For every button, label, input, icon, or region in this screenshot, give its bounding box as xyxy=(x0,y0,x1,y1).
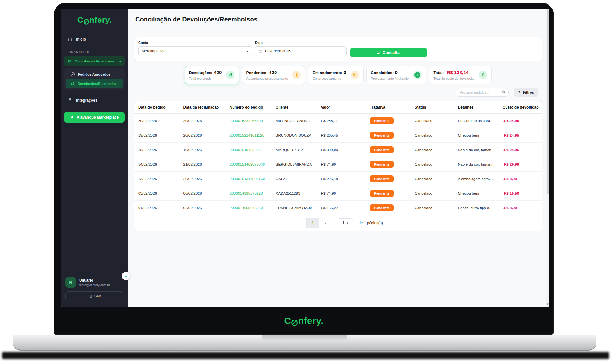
filtros-button-label: Filtros xyxy=(523,91,534,94)
consultar-button[interactable]: Consultar xyxy=(350,48,427,57)
app-window: C✓nfery. Início FINANCEIRO ↻ Conciliação… xyxy=(61,9,549,307)
stat-title: Devoluções: xyxy=(189,71,212,75)
table-row[interactable]: 13/02/2026 20/02/2026 20000151317006160 … xyxy=(134,172,542,186)
next-page-button[interactable]: › xyxy=(319,218,332,228)
page-select-value: 1 xyxy=(342,221,345,225)
order-number-link[interactable]: 20000152141611120 xyxy=(230,133,264,138)
cell-valor: R$ 165,27 xyxy=(317,201,366,215)
search-input[interactable] xyxy=(456,88,509,97)
cell-data-reclamacao: 20/02/2026 xyxy=(179,128,226,143)
orders-table: Data do pedido Data da reclamação Número… xyxy=(134,101,542,215)
main-content: Conciliação de Devoluções/Reembolsos Con… xyxy=(128,9,549,307)
logout-button-label: Sair xyxy=(94,294,101,298)
laptop-base xyxy=(13,335,596,351)
collapse-sidebar-button[interactable]: « xyxy=(122,272,130,280)
chevron-down-icon: ▾ xyxy=(119,60,121,63)
home-icon xyxy=(68,37,72,42)
cell-detalhes: A embalagem estava... xyxy=(454,172,499,186)
table-row[interactable]: 03/02/2026 06/02/2026 2000014995673920 X… xyxy=(134,186,542,201)
table-row[interactable]: 20/02/2026 20/02/2026 2000015222466400 M… xyxy=(134,114,542,128)
stat-card-em-andamento[interactable]: Em andamento: 0 Em processamento ↻ xyxy=(308,66,364,84)
table-row[interactable]: 01/02/2026 02/02/2026 2000014955045260 F… xyxy=(134,201,542,215)
cell-data-reclamacao: 06/02/2026 xyxy=(179,186,226,201)
marketplace-button-label: Alavanque Marketplace xyxy=(77,115,119,120)
cell-cliente: BRUNODONISOUZA xyxy=(272,128,317,143)
cell-detalhes: Descumpre as caract... xyxy=(454,114,499,128)
tratativa-badge: Pendente xyxy=(370,204,394,211)
vertical-scrollbar[interactable]: ▼ xyxy=(546,9,549,307)
page-header: Conciliação de Devoluções/Reembolsos xyxy=(128,9,549,30)
prev-page-button[interactable]: ‹ xyxy=(294,218,306,228)
cell-custo: -R$ 8,90 xyxy=(499,201,542,215)
cell-custo: -R$ 15,50 xyxy=(499,186,542,201)
table-row[interactable]: 19/02/2026 20/02/2026 20000152141611120 … xyxy=(134,128,542,143)
table-row[interactable]: 14/02/2026 21/02/2026 20000151462877040 … xyxy=(134,157,542,172)
check-circle-icon: ✓ xyxy=(413,71,422,79)
laptop-screen: C✓nfery. Início FINANCEIRO ↻ Conciliação… xyxy=(54,3,554,335)
order-number-link[interactable]: 2000014995673920 xyxy=(230,191,263,196)
logo-check-icon: ✓ xyxy=(291,320,298,326)
sidebar-item-pedidos-aprovados[interactable]: ✓ Pedidos Aprovados xyxy=(66,70,123,79)
tratativa-badge: Pendente xyxy=(370,190,394,197)
page-title: Conciliação de Devoluções/Reembolsos xyxy=(135,16,258,23)
logo-text-suffix: nfery. xyxy=(89,15,111,25)
page-size-select[interactable]: 1 ▾ xyxy=(338,218,353,228)
calendar-icon xyxy=(258,49,263,53)
cell-data-reclamacao: 19/02/2026 xyxy=(179,143,226,157)
undo-icon: ↺ xyxy=(226,71,234,79)
sync-icon: ↻ xyxy=(68,59,72,63)
sidebar-item-inicio[interactable]: Início xyxy=(64,35,125,44)
screen-footer: C✓nfery. xyxy=(54,307,554,335)
stat-title: Concluídos: xyxy=(371,71,394,75)
stat-subtitle: Total de custo de devolução xyxy=(433,77,474,80)
refresh-icon: ↻ xyxy=(351,71,359,79)
column-header: Data da reclamação xyxy=(179,101,226,114)
order-number-link[interactable]: 200001519483208 xyxy=(230,148,261,152)
stat-card-pendentes[interactable]: Pendentes: 420 Aguardando processamento xyxy=(242,66,305,84)
conta-select[interactable]: Mercado Livre ▾ xyxy=(138,46,252,56)
cell-status: Cancelado xyxy=(411,186,454,201)
stat-subtitle: Em processamento xyxy=(312,77,346,80)
cell-data-pedido: 18/02/2026 xyxy=(134,143,179,157)
search-icon xyxy=(502,90,506,94)
tratativa-badge: Pendente xyxy=(370,146,394,153)
stat-subtitle: Aguardando processamento xyxy=(246,77,288,80)
table-row[interactable]: 18/02/2026 19/02/2026 200001519483208 MA… xyxy=(134,143,542,157)
column-header: Custo de devolução xyxy=(499,101,542,114)
filtros-button[interactable]: Filtros xyxy=(514,88,538,97)
table-body: 20/02/2026 20/02/2026 2000015222466400 M… xyxy=(134,114,542,215)
stat-title: Em andamento: xyxy=(312,71,342,75)
order-number-link[interactable]: 20000151317006160 xyxy=(230,177,265,181)
scrollbar-thumb[interactable] xyxy=(547,9,549,194)
cell-custo: -R$ 24,95 xyxy=(499,114,542,128)
stat-subtitle: Total registrado xyxy=(189,77,222,80)
marketplace-button[interactable]: Alavanque Marketplace xyxy=(64,112,125,123)
user-info: R Usuário teste@confery.com.br xyxy=(61,273,128,290)
stat-value: 420 xyxy=(269,70,277,75)
order-number-link[interactable]: 2000014955045260 xyxy=(230,206,263,210)
order-number-link[interactable]: 2000015222466400 xyxy=(230,119,263,123)
dollar-icon: $ xyxy=(479,71,487,79)
stat-card-total[interactable]: Total: -R$ 138,14 Total de custo de devo… xyxy=(429,66,492,84)
stat-card-devolucoes[interactable]: Devoluções: 420 Total registrado ↺ xyxy=(185,66,239,84)
sidebar-item-label: Conciliação Financeira xyxy=(75,59,114,63)
stat-card-concluidos[interactable]: Concluídos: 0 Processamento finalizado ✓ xyxy=(366,66,426,84)
column-header: Status xyxy=(411,101,454,114)
stat-subtitle: Processamento finalizado xyxy=(371,77,409,80)
sidebar-item-label: Pedidos Aprovados xyxy=(78,73,110,76)
cell-cliente: CAL21 xyxy=(272,172,317,186)
sidebar-item-devolucoes-reembolso[interactable]: ↺ Devoluções/Reembolso xyxy=(66,79,123,88)
cell-data-pedido: 01/02/2026 xyxy=(134,201,179,215)
sidebar-item-integracoes[interactable]: Integrações xyxy=(64,96,125,105)
current-page-button[interactable]: 1 xyxy=(306,218,319,228)
column-header: Data do pedido xyxy=(134,101,179,114)
cell-cliente: XADA2511283 xyxy=(272,186,317,201)
logout-button[interactable]: Sair xyxy=(65,291,123,301)
scroll-down-arrow-icon[interactable]: ▼ xyxy=(546,303,549,306)
cell-data-pedido: 13/02/2026 xyxy=(134,172,179,186)
data-input[interactable]: Fevereiro 2026 xyxy=(255,46,347,56)
logo-check-icon: ✓ xyxy=(84,19,89,25)
order-number-link[interactable]: 20000151462877040 xyxy=(230,162,265,167)
sidebar-item-conciliacao-financeira[interactable]: ↻ Conciliação Financeira ▾ xyxy=(64,56,125,66)
collapse-icon: « xyxy=(125,274,127,279)
